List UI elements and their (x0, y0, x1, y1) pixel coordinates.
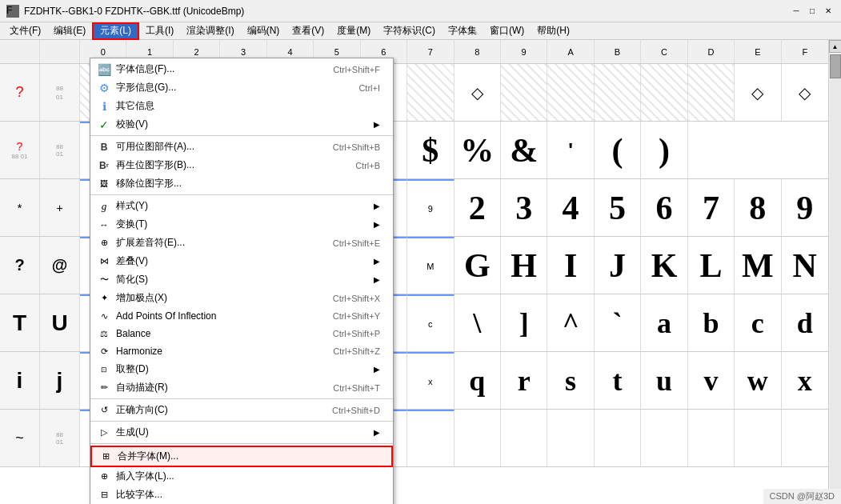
menu-simplify[interactable]: 〜 简化(S) ▶ (90, 270, 393, 289)
minimize-button[interactable]: ─ (790, 5, 803, 18)
row4-H[interactable]: H (501, 237, 547, 294)
row5-rbracket[interactable]: ] (501, 294, 547, 351)
menu-merge-font[interactable]: ⊞ 合并字体(M)... (90, 446, 393, 467)
row7-c13[interactable] (688, 410, 735, 466)
row3-8[interactable]: 8 (735, 179, 781, 236)
row6-x[interactable]: x (782, 352, 828, 409)
row7-c7[interactable] (407, 410, 454, 466)
row1-c11[interactable] (595, 64, 641, 121)
menu-insert-font[interactable]: ⊕ 插入字体(L)... (90, 467, 393, 486)
menu-encoding[interactable]: 编码(N) (241, 22, 286, 40)
row4-L[interactable]: L (688, 237, 735, 294)
menu-harmonize[interactable]: ⟳ Harmonize Ctrl+Shift+Z (90, 342, 393, 360)
menu-help[interactable]: 帮助(H) (531, 22, 576, 40)
row6-s[interactable]: s (547, 352, 594, 409)
row7-c14[interactable] (735, 410, 781, 466)
row5-bkslash[interactable]: \ (455, 294, 501, 351)
row4-c7[interactable]: M (407, 237, 454, 294)
menu-add-extrema[interactable]: ✦ 增加极点(X) Ctrl+Shift+X (90, 289, 393, 307)
row4-M[interactable]: M (735, 237, 781, 294)
row4-J[interactable]: J (595, 237, 641, 294)
menu-otherinfo[interactable]: ℹ 其它信息 (90, 97, 393, 115)
row5-a[interactable]: a (641, 294, 687, 351)
menu-generate[interactable]: ▷ 生成(U) ▶ (90, 423, 393, 442)
menu-bitmapparts[interactable]: B 可用位图部件(A)... Ctrl+Shift+B (90, 138, 393, 156)
menu-overlap[interactable]: ⋈ 差叠(V) ▶ (90, 252, 393, 270)
row1-c15[interactable]: ◇ (782, 64, 828, 121)
menu-correct-dir[interactable]: ↺ 正确方向(C) Ctrl+Shift+D (90, 401, 393, 419)
row2-lparen[interactable]: ( (595, 122, 641, 178)
menu-fontset[interactable]: 字体集 (442, 22, 483, 40)
row7-c12[interactable] (641, 410, 687, 466)
row5-c-char[interactable]: c (735, 294, 781, 351)
element-dropdown-menu[interactable]: 🔤 字体信息(F)... Ctrl+Shift+F ⚙ 字形信息(G)... C… (90, 58, 394, 504)
row1-c7[interactable] (407, 64, 454, 121)
maximize-button[interactable]: □ (806, 5, 819, 18)
row5-d[interactable]: d (782, 294, 828, 351)
menu-transform[interactable]: ↔ 变换(T) ▶ (90, 215, 393, 234)
close-button[interactable]: ✕ (822, 5, 835, 18)
row3-2[interactable]: 2 (455, 179, 501, 236)
menu-element[interactable]: 元素(L) (92, 22, 139, 40)
row1-c14[interactable]: ◇ (735, 64, 781, 121)
menu-view[interactable]: 查看(V) (286, 22, 330, 40)
menu-tools[interactable]: 工具(I) (139, 22, 180, 40)
menu-hinting[interactable]: 渲染调整(I) (180, 22, 240, 40)
row1-c9[interactable] (501, 64, 547, 121)
row6-w[interactable]: w (735, 352, 781, 409)
scroll-up-btn[interactable]: ▲ (829, 40, 842, 53)
row6-v[interactable]: v (688, 352, 735, 409)
row4-N[interactable]: N (782, 237, 828, 294)
row1-c10[interactable] (547, 64, 594, 121)
menu-validate[interactable]: ✓ 校验(V) ▶ (90, 115, 393, 134)
menu-fontinfo[interactable]: 🔤 字体信息(F)... Ctrl+Shift+F (90, 60, 393, 78)
row6-t[interactable]: t (595, 352, 641, 409)
menu-round[interactable]: ⊡ 取整(D) ▶ (90, 360, 393, 378)
row5-backtick[interactable]: ` (595, 294, 641, 351)
row2-dollar[interactable]: $ (407, 122, 454, 178)
menu-autotrace[interactable]: ✏ 自动描迹(R) Ctrl+Shift+T (90, 378, 393, 397)
row1-c12[interactable] (641, 64, 687, 121)
row7-c15[interactable] (782, 410, 828, 466)
menu-edit[interactable]: 编辑(E) (47, 22, 92, 40)
row3-6[interactable]: 6 (641, 179, 687, 236)
row3-5[interactable]: 5 (595, 179, 641, 236)
menu-glyphinfo[interactable]: ⚙ 字形信息(G)... Ctrl+I (90, 78, 393, 97)
row2-last[interactable] (688, 122, 735, 178)
scroll-track[interactable] (830, 54, 841, 490)
row7-c10[interactable] (547, 410, 594, 466)
row4-I[interactable]: I (547, 237, 594, 294)
row5-c7[interactable]: c (407, 294, 454, 351)
row2-squote[interactable]: ' (547, 122, 594, 178)
menu-charinfo[interactable]: 字符标识(C) (377, 22, 442, 40)
menu-metrics[interactable]: 度量(M) (330, 22, 377, 40)
row3-9[interactable]: 9 (782, 179, 828, 236)
row6-c7[interactable]: x (407, 352, 454, 409)
menu-remove-bitmap[interactable]: 🖼 移除位图字形... (90, 174, 393, 193)
row2-amp[interactable]: & (501, 122, 547, 178)
menu-window[interactable]: 窗口(W) (483, 22, 531, 40)
row6-u[interactable]: u (641, 352, 687, 409)
row7-c9[interactable] (501, 410, 547, 466)
row4-K[interactable]: K (641, 237, 687, 294)
scroll-thumb[interactable] (830, 54, 841, 78)
row7-c11[interactable] (595, 410, 641, 466)
row4-G[interactable]: G (455, 237, 501, 294)
row1-c8[interactable]: ◇ (455, 64, 501, 121)
row5-caret[interactable]: ^ (547, 294, 594, 351)
row3-c7[interactable]: 9 (407, 179, 454, 236)
row3-3[interactable]: 3 (501, 179, 547, 236)
row6-r[interactable]: r (501, 352, 547, 409)
menu-compare-font[interactable]: ⊟ 比较字体... (90, 486, 393, 504)
menu-balance[interactable]: ⚖ Balance Ctrl+Shift+P (90, 325, 393, 342)
menu-expand-accent[interactable]: ⊕ 扩展差音符(E)... Ctrl+Shift+E (90, 234, 393, 252)
row5-b[interactable]: b (688, 294, 735, 351)
row1-c13[interactable] (688, 64, 735, 121)
vertical-scrollbar[interactable]: ▲ ▼ (828, 40, 841, 504)
row3-7[interactable]: 7 (688, 179, 735, 236)
menu-add-inflection[interactable]: ∿ Add Points Of Inflection Ctrl+Shift+Y (90, 307, 393, 325)
row7-c8[interactable] (455, 410, 501, 466)
row6-q[interactable]: q (455, 352, 501, 409)
row2-percent[interactable]: % (455, 122, 501, 178)
row2-rparen[interactable]: ) (641, 122, 687, 178)
